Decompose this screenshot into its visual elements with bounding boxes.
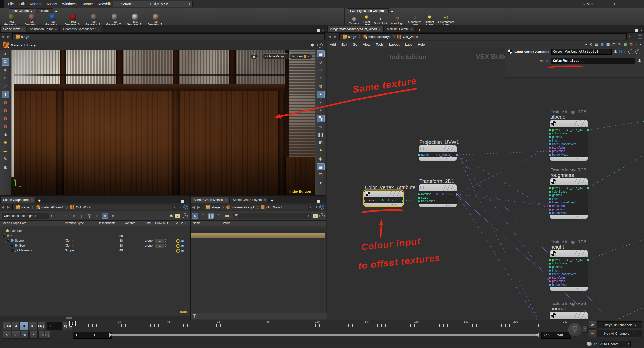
more-icon[interactable]: ▼ bbox=[317, 179, 325, 186]
input-dot[interactable] bbox=[549, 136, 551, 138]
trs-toggle[interactable]: TRS bbox=[223, 213, 231, 219]
input-dot[interactable] bbox=[549, 259, 551, 261]
breadcrumb-stage[interactable]: stage bbox=[14, 205, 31, 209]
lock-handles-icon[interactable]: ⌸ bbox=[2, 58, 9, 66]
details-selected-row[interactable] bbox=[191, 233, 325, 238]
pane-menu-icon[interactable]: ▼ bbox=[322, 29, 324, 32]
keys-status[interactable]: 0 keys, 0/0 channels▲ bbox=[597, 321, 642, 328]
node-color_vertex_attribute1[interactable]: nameNT_TEX_C...≡ = − bbox=[364, 191, 403, 206]
rotate-tool-icon[interactable]: ⟳ bbox=[2, 75, 9, 82]
input-dot[interactable] bbox=[549, 194, 551, 196]
visibility-toggle[interactable] bbox=[181, 239, 184, 243]
close-icon[interactable]: ✕ bbox=[55, 28, 57, 31]
expander-icon[interactable]: + bbox=[10, 244, 13, 247]
draw-mode-button[interactable]: F... bbox=[155, 239, 164, 243]
draw-mode-button[interactable]: F... bbox=[155, 244, 164, 248]
overview-icon[interactable]: ◐ bbox=[640, 42, 642, 46]
snap-magnet-icon[interactable]: Ω bbox=[2, 123, 9, 130]
range-slider[interactable] bbox=[112, 334, 539, 336]
input-dot[interactable] bbox=[549, 187, 551, 189]
pointer-tool-icon[interactable]: ➤ bbox=[2, 50, 9, 57]
search-icon[interactable]: ◌ bbox=[624, 50, 626, 54]
dolly-icon[interactable]: ▬ bbox=[2, 147, 9, 154]
table-row[interactable]: +MaterialsScope49· bbox=[0, 248, 190, 253]
menu-item-windows[interactable]: Windows bbox=[60, 0, 79, 8]
node-normal[interactable]: powerNT_TEX_IM...colorSpacegammainvertli… bbox=[550, 312, 588, 320]
list-view-icon[interactable]: ☰ bbox=[200, 213, 206, 219]
move-tool-icon[interactable]: ✥ bbox=[2, 67, 9, 74]
input-dot[interactable] bbox=[549, 147, 551, 149]
light-tool-icon[interactable]: ✺ bbox=[2, 139, 9, 146]
network-canvas[interactable]: Indie Edition VEX Builder Projection_UVW… bbox=[327, 48, 644, 320]
list-icon[interactable]: ☰ bbox=[595, 42, 598, 46]
input-dot[interactable] bbox=[549, 143, 551, 145]
node-flags[interactable] bbox=[574, 250, 586, 257]
input-dot[interactable] bbox=[418, 154, 420, 156]
shelf-tool-point-light[interactable]: ✺PointLight bbox=[361, 14, 372, 26]
range-slider-left-handle[interactable] bbox=[109, 333, 112, 337]
tree-list-icon[interactable]: ⑆ bbox=[590, 42, 592, 46]
net-menu-tools[interactable]: Tools bbox=[373, 43, 386, 46]
columns-view-icon[interactable]: ❚❚ bbox=[208, 213, 214, 219]
input-dot[interactable] bbox=[549, 209, 551, 211]
pane-menu-icon[interactable]: ▼ bbox=[322, 200, 324, 203]
breadcrumb-oct_wood[interactable]: Oct_Wood bbox=[68, 205, 93, 209]
expander-icon[interactable]: - bbox=[6, 239, 9, 242]
frame-ruler[interactable]: 24487296120144168192216240 bbox=[0, 320, 566, 329]
net-menu-help[interactable]: Help bbox=[415, 43, 428, 46]
refresh-icon[interactable]: ⟳ bbox=[594, 342, 597, 346]
gallery-icon[interactable]: ❏ bbox=[317, 171, 325, 178]
net-menu-edit[interactable]: Edit bbox=[339, 43, 350, 46]
input-dot[interactable] bbox=[549, 280, 551, 282]
pin-icon[interactable]: ⊣ bbox=[178, 205, 181, 209]
column-header-descendants[interactable]: Descendants bbox=[98, 221, 115, 225]
breadcrumb-oct_wood[interactable]: Oct_Wood bbox=[395, 35, 420, 39]
node-flags[interactable] bbox=[574, 312, 586, 319]
chevron-down-icon[interactable]: ▼ bbox=[174, 206, 176, 208]
lights-off-icon[interactable]: ○ bbox=[317, 75, 325, 82]
shelf-tab-lop-lights[interactable]: LOP Lights and Cameras bbox=[347, 8, 389, 13]
snapshot-cam-icon[interactable]: ◉ bbox=[317, 155, 325, 162]
tab-scene-graph-layers[interactable]: Scene Graph Layers✕ bbox=[230, 197, 269, 203]
tab-scene-graph-tree[interactable]: Scene Graph Tree✕ bbox=[0, 197, 36, 203]
viewport[interactable]: y Octane Persp ▼ No cam ▼ Indie Edition bbox=[11, 50, 316, 195]
input-dot[interactable] bbox=[549, 205, 551, 207]
table-row[interactable]: +GeoXform38groupF...▲ ▼· bbox=[0, 243, 190, 248]
breadcrumb-materiallibrary1[interactable]: materiallibrary1 bbox=[34, 205, 66, 209]
shelf-tool-area-light[interactable]: ▽Area Light bbox=[389, 15, 406, 25]
inspect-icon[interactable]: ◌ bbox=[94, 213, 100, 219]
breadcrumb-stage[interactable]: stage bbox=[341, 35, 358, 39]
loop-icon[interactable]: ⟲ bbox=[21, 331, 29, 339]
forward-icon[interactable]: ▶ bbox=[6, 34, 11, 39]
back-icon[interactable]: ◀ bbox=[327, 34, 333, 39]
help-icon[interactable]: ? bbox=[183, 213, 188, 218]
next-key-button[interactable]: ▶❙ bbox=[45, 331, 50, 339]
viewport-cam-menu[interactable]: No cam ▼ bbox=[290, 53, 312, 59]
input-dot[interactable] bbox=[363, 200, 365, 202]
input-dot[interactable] bbox=[418, 200, 420, 202]
snap-point-icon[interactable]: Ω bbox=[2, 115, 9, 122]
param-name-value[interactable] bbox=[551, 58, 635, 64]
add-tab-button[interactable]: + bbox=[103, 28, 110, 32]
power-toggle[interactable] bbox=[176, 239, 180, 244]
chevron-down-icon[interactable]: ▼ bbox=[307, 215, 310, 217]
input-dot[interactable] bbox=[549, 154, 551, 156]
graph-mode-combo[interactable]: Composed scene graph bbox=[2, 213, 49, 219]
tree-view-icon[interactable]: ⑆ bbox=[192, 213, 198, 219]
node-name-field[interactable] bbox=[551, 49, 612, 55]
viewport-persp-menu[interactable]: Octane Persp ▼ bbox=[263, 53, 290, 59]
handles-tool-icon[interactable]: ✛ bbox=[2, 91, 9, 98]
tab-material-palette[interactable]: Material Palette✕ bbox=[384, 26, 416, 32]
shelf-tool-distant-light[interactable]: ✹DistantLight bbox=[423, 14, 436, 26]
view-selector[interactable]: Main ▲▼ bbox=[153, 1, 193, 7]
menu-item-octane[interactable]: Octane bbox=[79, 0, 95, 8]
column-header-l[interactable]: L bbox=[172, 221, 173, 225]
shelf-tab-octane[interactable]: Octane bbox=[36, 8, 53, 13]
input-dot[interactable] bbox=[549, 273, 551, 275]
network-path-field[interactable]: stage❯materiallibrary1❯Oct_Wood bbox=[339, 33, 627, 40]
shelf-tool-camera[interactable]: ◉Camera bbox=[347, 15, 361, 25]
column-header-scene-graph-path[interactable]: Scene Graph Path bbox=[2, 221, 26, 225]
column-header-kind[interactable]: Kind bbox=[145, 221, 151, 225]
prune-icon[interactable]: ◓ bbox=[63, 213, 69, 219]
background-image-icon[interactable]: ▣ bbox=[624, 42, 627, 46]
